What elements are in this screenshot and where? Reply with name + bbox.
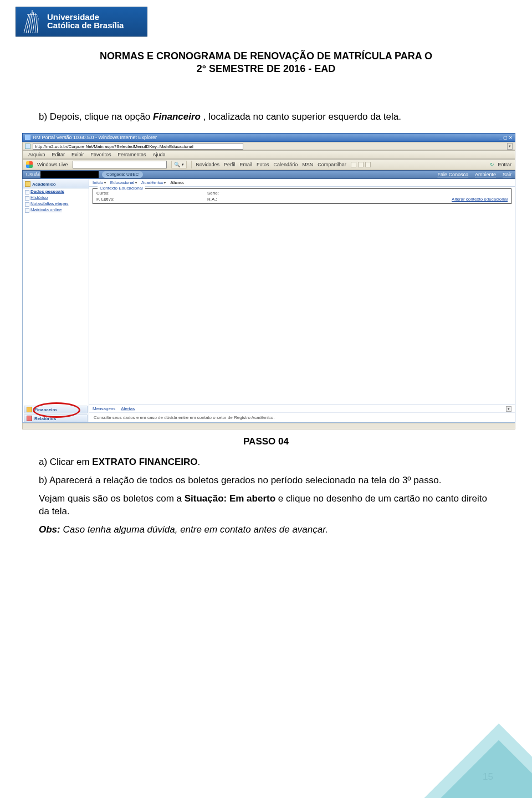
url-field[interactable]: http://rm2.ucb.br/Corpore.Net/Main.aspx?… [33,143,243,150]
entrar-link[interactable]: Entrar [498,162,511,167]
paragraph-c: Vejam quais são os boletos com a Situaçã… [39,493,493,518]
menu-ferramentas[interactable]: Ferramentas [118,152,146,157]
label-pletivo: P. Letivo: [96,197,207,202]
ie-icon [25,135,30,140]
sidebar-item-notas-faltas[interactable]: Notas/faltas etapas [23,201,89,207]
sidebar-financeiro[interactable]: Financeiro [24,406,88,413]
menu-ajuda[interactable]: Ajuda [153,152,166,157]
menu-exibir[interactable]: Exibir [71,152,84,157]
sidebar: Acadêmico Dados pessoais Histórico Notas… [23,179,89,422]
logo-line1: Universidade [47,13,124,21]
sidebar-head-academico[interactable]: Acadêmico [23,180,89,188]
passo-heading: PASSO 04 [39,436,493,448]
toolbar-search-input[interactable] [73,161,167,168]
intro-suffix: , localizada no canto superior esquerdo … [203,111,401,122]
p-a-bold: EXTRATO FINANCEIRO [92,457,197,467]
svg-line-5 [35,16,37,33]
redacted-block [40,171,99,178]
crumb-educacional[interactable]: Educacional [110,180,137,185]
window-controls[interactable]: _ ▢ ✕ [499,135,513,140]
title-line2: 2° SEMESTRE DE 2016 - EAD [0,63,532,75]
sidebar-relatorios[interactable]: Relatórios [24,415,88,422]
page-favicon-icon [25,144,30,149]
relatorios-icon [27,416,32,421]
logo-text: Universidade Católica de Brasília [47,13,124,30]
obs-prefix: Obs: [39,524,60,535]
sync-icon[interactable]: ↻ [490,162,494,167]
address-bar: http://rm2.ucb.br/Corpore.Net/Main.aspx?… [22,142,515,150]
main-pane: Início Educacional Acadêmico Aluno: Cont… [89,179,515,422]
tool-msn[interactable]: MSN [302,162,313,167]
messages-dropdown-icon[interactable]: ▾ [506,406,511,412]
sidebar-head-label: Acadêmico [32,182,56,187]
tab-mensagens[interactable]: Mensagens [93,406,115,411]
crumb-aluno: Aluno: [170,180,184,185]
menu-editar[interactable]: Editar [52,152,65,157]
sidebar-item-historico[interactable]: Histórico [23,195,89,201]
label-ra: R.A.: [207,197,318,202]
portal-top-bar: Usuári Coligada: UBEC Fale Conosco Ambie… [22,170,515,179]
academico-icon [25,181,30,187]
title-line1: NORMAS E CRONOGRAMA DE RENOVAÇÃO DE MATR… [0,50,532,63]
p-c-bold: Situação: Em aberto [185,493,275,504]
ie-titlebar: RM Portal Versão 10.60.5.0 - Windows Int… [22,133,515,142]
document-title: NORMAS E CRONOGRAMA DE RENOVAÇÃO DE MATR… [0,50,532,75]
contexto-educacional-panel: Contexto Educacional Curso: Série: P. Le… [93,188,511,204]
sidebar-relatorios-label: Relatórios [34,416,56,421]
intro-keyword: Financeiro [153,111,201,122]
portal-body: Acadêmico Dados pessoais Histórico Notas… [22,179,515,423]
window-title: RM Portal Versão 10.60.5.0 - Windows Int… [33,135,157,140]
university-logo: Universidade Católica de Brasília [16,7,147,37]
menu-favoritos[interactable]: Favoritos [91,152,111,157]
messages-bar: Mensagens Alertas ▾ [89,405,515,412]
p-c-prefix: Vejam quais são os boletos com a [39,493,185,504]
label-serie: Série: [207,191,318,196]
intro-prefix: b) Depois, clique na opção [39,111,153,122]
tool-perfil[interactable]: Perfil [224,162,236,167]
ie-status-bar [22,423,515,429]
contexto-title: Contexto Educacional [98,186,145,191]
alterar-contexto-link[interactable]: Alterar contexto educacional [318,197,508,202]
portal-top-links: Fale Conosco Ambiente Sair [437,172,511,177]
link-fale-conosco[interactable]: Fale Conosco [437,172,468,177]
coligada-chip: Coligada: UBEC [102,171,143,178]
menu-arquivo[interactable]: Arquivo [28,152,45,157]
tool-email[interactable]: Email [240,162,253,167]
svg-line-6 [37,18,38,33]
tab-alertas[interactable]: Alertas [121,406,135,411]
windows-live-toolbar: Windows Live 🔍▾ Novidades Perfil Email F… [22,159,515,170]
screenshot: RM Portal Versão 10.60.5.0 - Windows Int… [22,133,515,429]
logo-line2: Católica de Brasília [47,21,124,30]
crumb-inicio[interactable]: Início [93,180,106,185]
sidebar-item-dados-pessoais[interactable]: Dados pessoais [23,188,89,195]
intro-paragraph: b) Depois, clique na opção Financeiro , … [39,111,493,124]
windows-live-label: Windows Live [37,162,68,167]
help-text: Consulte seus dados e em caso de dúvida … [89,412,515,422]
paragraph-a: a) Clicar em EXTRATO FINANCEIRO. [39,456,493,469]
toolbar-extra-icons[interactable] [351,162,371,167]
search-button[interactable]: 🔍▾ [171,161,187,168]
paragraph-obs: Obs: Caso tenha alguma dúvida, entre em … [39,524,493,536]
tool-fotos[interactable]: Fotos [257,162,269,167]
content-area [89,206,515,405]
obs-rest: Caso tenha alguma dúvida, entre em conta… [60,524,328,535]
link-ambiente[interactable]: Ambiente [475,172,496,177]
p-a-prefix: a) Clicar em [39,457,92,467]
page-accent [399,693,532,798]
sidebar-item-matricula-online[interactable]: Matrícula online [23,207,89,213]
label-curso: Curso: [96,191,207,196]
usuario-label: Usuári [26,172,40,177]
p-a-suffix: . [198,457,201,467]
crumb-academico[interactable]: Acadêmico [141,180,166,185]
tool-calendario[interactable]: Calendário [274,162,298,167]
tool-novidades[interactable]: Novidades [196,162,220,167]
paragraph-b: b) Aparecerá a relação de todos os bolet… [39,474,493,487]
page-number: 15 [483,771,493,782]
financeiro-icon [27,407,32,412]
ie-menu-bar: Arquivo Editar Exibir Favoritos Ferramen… [22,150,515,159]
tool-compartilhar[interactable]: Compartilhar [318,162,346,167]
search-icon: 🔍 [174,162,180,167]
sidebar-financeiro-label: Financeiro [34,407,57,412]
url-dropdown-icon[interactable]: ▾ [507,143,513,150]
link-sair[interactable]: Sair [503,172,511,177]
